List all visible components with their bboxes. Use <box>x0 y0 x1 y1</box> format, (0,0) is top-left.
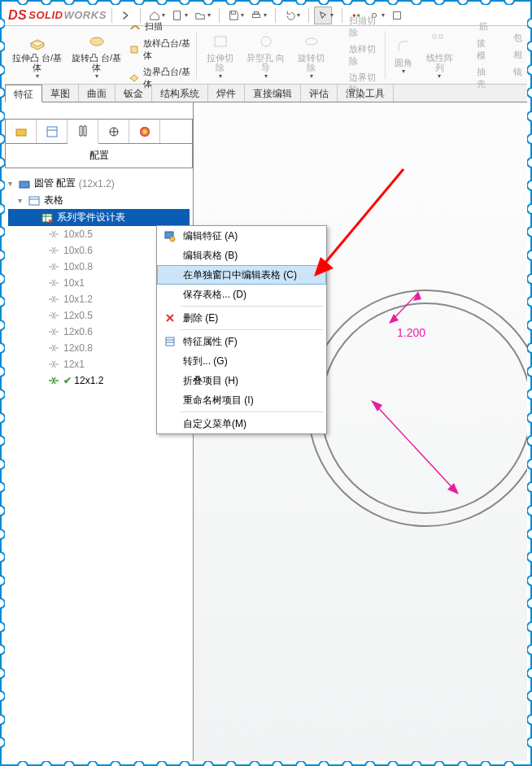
tab-feature[interactable]: 特征 <box>5 85 42 102</box>
svg-rect-22 <box>29 197 39 205</box>
ctx-custom[interactable]: 自定义菜单(M) <box>157 414 326 433</box>
config-suppress-icon <box>47 374 60 387</box>
hole-wizard-button[interactable]: 异型孔 向导▾ <box>242 28 290 82</box>
config-suppress-icon <box>47 342 60 355</box>
config-name: 10x1 <box>63 277 85 289</box>
shell-button[interactable]: 抽壳 <box>461 64 494 92</box>
context-menu: 编辑特征 (A) 编辑表格 (B) 在单独窗口中编辑表格 (C) 保存表格...… <box>156 225 327 434</box>
intersect-button[interactable]: 相 <box>495 47 524 63</box>
revolve-cut-button[interactable]: 旋转切 除▾ <box>291 28 331 82</box>
loft-button[interactable]: 放样凸台/基体 <box>127 36 193 63</box>
svg-rect-11 <box>433 35 436 38</box>
config-name: 12x0.6 <box>63 326 93 337</box>
sweep-button[interactable]: 扫描 <box>127 19 193 35</box>
delete-icon <box>162 311 178 324</box>
tab-sheetmetal[interactable]: 钣金 <box>116 85 152 102</box>
sweep-cut-button[interactable]: 扫描切除 <box>333 13 381 41</box>
tab-evaluate[interactable]: 评估 <box>301 85 338 102</box>
ribbon: 拉伸凸 台/基体▾ 旋转凸 台/基体▾ 扫描 放样凸台/基体 边界凸台/基体 拉… <box>5 26 527 85</box>
svg-rect-13 <box>16 129 26 136</box>
panel-tab-property-icon[interactable] <box>37 120 68 143</box>
panel-tab-assembly-icon[interactable] <box>6 120 37 143</box>
svg-rect-33 <box>166 337 174 346</box>
app-name-2: WORKS <box>63 9 106 21</box>
svg-rect-8 <box>215 37 226 46</box>
config-suppress-icon <box>47 228 60 241</box>
svg-rect-6 <box>393 11 400 19</box>
undo-icon[interactable] <box>281 7 299 24</box>
svg-point-10 <box>306 38 317 45</box>
select-icon[interactable] <box>314 7 332 24</box>
app-logo: DS SOLIDWORKS <box>8 8 107 23</box>
config-name: 12x1.2 <box>74 375 103 386</box>
panel-tab-dim-icon[interactable] <box>98 120 129 143</box>
ctx-edit-table-window[interactable]: 在单独窗口中编辑表格 (C) <box>157 265 326 285</box>
ctx-edit-feature[interactable]: 编辑特征 (A) <box>157 226 326 246</box>
open-icon[interactable] <box>191 7 209 24</box>
mirror-button[interactable]: 镜 <box>495 64 524 81</box>
app-name-1: SOLID <box>28 9 63 21</box>
tree-root[interactable]: ▾ 圆管 配置 (12x1.2) <box>8 175 190 192</box>
linear-pattern-button[interactable]: 线性阵 列▾ <box>420 28 460 82</box>
config-name: 10x1.2 <box>63 294 93 305</box>
config-name: 10x0.5 <box>63 228 93 240</box>
rebuild-icon[interactable] <box>388 7 406 24</box>
svg-point-9 <box>261 37 271 46</box>
config-suppress-icon <box>47 244 60 257</box>
extrude-boss-button[interactable]: 拉伸凸 台/基体▾ <box>8 28 66 82</box>
revolve-boss-button[interactable]: 旋转凸 台/基体▾ <box>68 28 125 82</box>
rib-button[interactable]: 筋 <box>461 19 494 35</box>
svg-rect-14 <box>47 127 57 137</box>
ctx-collapse[interactable]: 折叠项目 (H) <box>157 371 326 390</box>
tab-render[interactable]: 渲染工具 <box>338 85 394 102</box>
tree-table[interactable]: ▾ 表格 <box>8 192 190 209</box>
config-name: 12x0.5 <box>63 310 93 321</box>
draft-button[interactable]: 拔模 <box>461 36 494 63</box>
tab-directedit[interactable]: 直接编辑 <box>245 85 301 102</box>
config-suppress-icon <box>47 293 60 306</box>
active-check-icon: ✔ <box>63 375 72 386</box>
svg-point-20 <box>140 127 150 137</box>
config-suppress-icon <box>47 309 60 322</box>
config-name: 12x1 <box>63 359 85 370</box>
config-suppress-icon <box>47 260 60 273</box>
ctx-save-table[interactable]: 保存表格... (D) <box>157 285 326 304</box>
panel-title: 配置 <box>6 144 192 168</box>
svg-point-32 <box>170 237 175 242</box>
svg-rect-1 <box>252 14 259 17</box>
extrude-cut-button[interactable]: 拉伸切 除▾ <box>200 28 240 82</box>
wrap-button[interactable]: 包 <box>495 30 524 46</box>
dimension-label: 1.200 <box>397 326 425 339</box>
svg-rect-2 <box>254 11 258 14</box>
config-name: 10x0.6 <box>63 245 93 256</box>
panel-tab-appearance-icon[interactable] <box>129 120 160 143</box>
tree-design-table[interactable]: 系列零件设计表 <box>8 209 190 226</box>
save-icon[interactable] <box>225 7 242 24</box>
tab-sketch[interactable]: 草图 <box>42 85 79 102</box>
tab-structure[interactable]: 结构系统 <box>152 85 208 102</box>
ctx-edit-table[interactable]: 编辑表格 (B) <box>157 246 326 265</box>
fillet-button[interactable]: 圆角▾ <box>389 28 418 82</box>
title-bar: DS SOLIDWORKS ▾ ▾ ▾ ▾ ▾ ▾ ▾ ▾ <box>5 5 527 26</box>
config-name: 12x0.8 <box>63 342 93 354</box>
svg-point-7 <box>90 37 103 46</box>
properties-icon <box>162 335 178 348</box>
print-icon[interactable] <box>247 7 265 24</box>
ctx-delete[interactable]: 删除 (E) <box>157 308 326 328</box>
command-tabs: 特征 草图 曲面 钣金 结构系统 焊件 直接编辑 评估 渲染工具 <box>5 85 527 102</box>
edit-feature-icon <box>162 229 178 242</box>
ctx-props[interactable]: 特征属性 (F) <box>157 332 326 351</box>
config-suppress-icon <box>47 276 60 289</box>
loft-cut-button[interactable]: 放样切除 <box>333 41 381 69</box>
config-suppress-icon <box>47 358 60 371</box>
ctx-rename[interactable]: 重命名树项目 (I) <box>157 390 326 410</box>
svg-rect-12 <box>439 35 443 38</box>
tab-weldment[interactable]: 焊件 <box>208 85 245 102</box>
svg-rect-21 <box>20 181 29 188</box>
config-suppress-icon <box>47 325 60 338</box>
panel-tab-config-icon[interactable] <box>68 120 98 144</box>
config-name: 10x0.8 <box>63 261 93 272</box>
tab-surface[interactable]: 曲面 <box>79 85 116 102</box>
ctx-goto[interactable]: 转到... (G) <box>157 351 326 371</box>
